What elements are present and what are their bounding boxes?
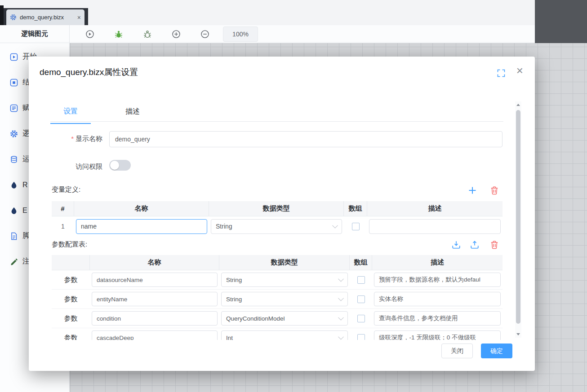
fullscreen-icon[interactable] [497, 69, 505, 77]
variable-type-value: String [216, 223, 232, 230]
col-desc: 描述 [367, 201, 503, 216]
close-button[interactable]: 关闭 [441, 344, 473, 358]
start-icon [10, 53, 18, 61]
param-type-select[interactable]: String [221, 273, 348, 287]
scroll-down-icon[interactable] [515, 331, 521, 338]
param-name-input[interactable] [92, 292, 218, 306]
tab-bar: demo_query.bizx × [0, 0, 535, 25]
zoom-level[interactable]: 100% [223, 26, 258, 42]
canvas-toolbar: 逻辑图元 100% [0, 25, 535, 43]
editor-tab-label: demo_query.bizx [20, 14, 64, 21]
script-icon [10, 232, 18, 240]
overlay-dark-corner [535, 0, 587, 43]
export-params-icon[interactable] [470, 240, 479, 249]
zoom-in-icon[interactable] [172, 30, 181, 39]
tab-description[interactable]: 描述 [112, 107, 153, 124]
access-label: 访问权限 [44, 163, 102, 171]
access-toggle[interactable] [109, 160, 131, 171]
variables-table-header: # 名称 数据类型 数组 描述 [52, 201, 503, 216]
e-node-icon [10, 207, 18, 215]
param-desc-input[interactable] [374, 292, 501, 306]
variable-desc-input[interactable] [369, 219, 501, 234]
scrollbar-thumb[interactable] [516, 110, 520, 324]
logic-gear-icon [10, 130, 18, 138]
gear-icon [10, 14, 17, 21]
param-array-checkbox[interactable] [357, 276, 365, 284]
variables-section-title: 变量定义: [52, 185, 80, 194]
param-type-value: Int [226, 335, 233, 340]
variable-name-input[interactable] [76, 219, 207, 234]
param-type-value: QueryConditionModel [226, 315, 285, 322]
params-table: 名称 数据类型 数组 描述 参数 String 参数 String 参数 Que… [52, 255, 503, 340]
dialog-title: demo_query.bizx属性设置 [40, 66, 138, 78]
param-desc-input[interactable] [374, 311, 501, 326]
param-row: 参数 String [52, 290, 503, 309]
variable-type-select[interactable]: String [211, 219, 342, 234]
import-params-icon[interactable] [452, 240, 461, 249]
param-desc-input[interactable] [374, 273, 501, 287]
param-name-input[interactable] [92, 273, 218, 287]
end-icon [10, 79, 18, 87]
param-kind: 参数 [64, 276, 78, 284]
param-row: 参数 Int [52, 328, 503, 340]
param-row: 参数 String [52, 270, 503, 290]
col-index: # [52, 201, 74, 216]
close-icon[interactable]: × [516, 65, 523, 76]
zoom-out-icon[interactable] [200, 30, 209, 39]
palette-item-label: E [22, 207, 27, 215]
step-debug-icon[interactable] [143, 30, 152, 39]
assign-icon [10, 104, 18, 112]
properties-dialog: demo_query.bizx属性设置 × 设置 描述 *显示名称 访问权限 变… [29, 57, 535, 371]
param-type-select[interactable]: Int [221, 330, 348, 340]
col-blank [52, 255, 90, 270]
ok-button[interactable]: 确定 [481, 344, 512, 358]
tab-close-icon[interactable]: × [77, 14, 81, 21]
tab-strip: demo_query.bizx × [4, 8, 88, 25]
col-array: 数组 [344, 201, 367, 216]
runtime-icon [10, 155, 18, 163]
param-array-checkbox[interactable] [357, 315, 365, 322]
variable-array-checkbox[interactable] [352, 223, 360, 230]
param-kind: 参数 [64, 295, 78, 304]
col-array: 数组 [350, 255, 372, 270]
required-mark: * [71, 135, 74, 142]
chevron-down-icon [338, 315, 344, 321]
param-array-checkbox[interactable] [357, 295, 365, 303]
params-section-title: 参数配置表: [52, 240, 87, 249]
window-edge [0, 5, 4, 25]
dialog-scrollbar[interactable] [515, 101, 521, 338]
param-type-select[interactable]: QueryConditionModel [221, 311, 348, 326]
display-name-label-text: 显示名称 [76, 135, 102, 142]
param-type-value: String [226, 277, 242, 283]
r-node-icon [10, 181, 18, 189]
editor-tab[interactable]: demo_query.bizx × [6, 9, 84, 25]
param-kind: 参数 [64, 334, 78, 340]
col-desc: 描述 [372, 255, 503, 270]
chevron-down-icon [332, 223, 338, 229]
dialog-tabs: 设置 描述 [50, 107, 153, 124]
variable-row: 1 String [52, 216, 503, 236]
col-name: 名称 [74, 201, 209, 216]
chevron-down-icon [338, 276, 344, 282]
param-type-select[interactable]: String [221, 292, 348, 306]
param-array-checkbox[interactable] [357, 334, 365, 340]
delete-variable-icon[interactable] [490, 186, 499, 195]
scroll-up-icon[interactable] [515, 101, 521, 108]
run-icon[interactable] [85, 30, 94, 39]
param-name-input[interactable] [92, 330, 218, 340]
variable-index: 1 [61, 223, 65, 230]
palette-item-label: R [22, 181, 28, 189]
display-name-input[interactable] [109, 131, 503, 147]
param-row: 参数 QueryConditionModel [52, 309, 503, 328]
delete-params-icon[interactable] [490, 240, 499, 249]
debug-bug-icon[interactable] [114, 30, 123, 39]
palette-header: 逻辑图元 [0, 25, 70, 43]
col-type: 数据类型 [219, 255, 350, 270]
variables-table: # 名称 数据类型 数组 描述 1 String [52, 201, 503, 236]
toggle-knob [110, 161, 119, 170]
tab-settings[interactable]: 设置 [50, 107, 91, 124]
param-name-input[interactable] [92, 311, 218, 326]
param-desc-input[interactable] [374, 330, 501, 340]
param-kind: 参数 [64, 314, 78, 323]
add-variable-icon[interactable] [468, 186, 477, 195]
